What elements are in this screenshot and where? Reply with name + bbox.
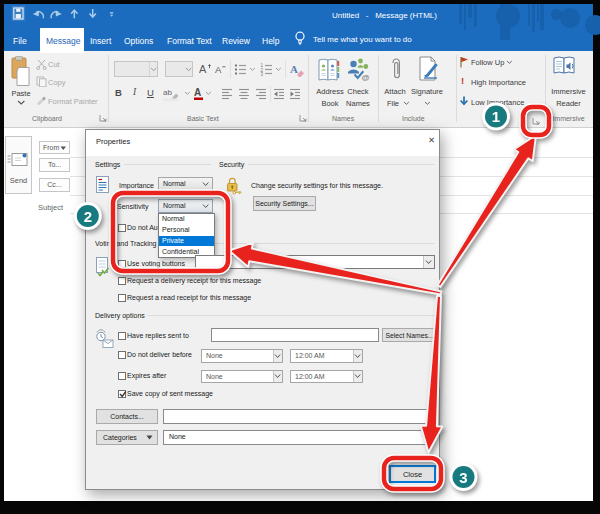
svg-text:3: 3 <box>459 469 467 486</box>
svg-text:2: 2 <box>84 208 92 225</box>
svg-text:1: 1 <box>492 108 500 125</box>
